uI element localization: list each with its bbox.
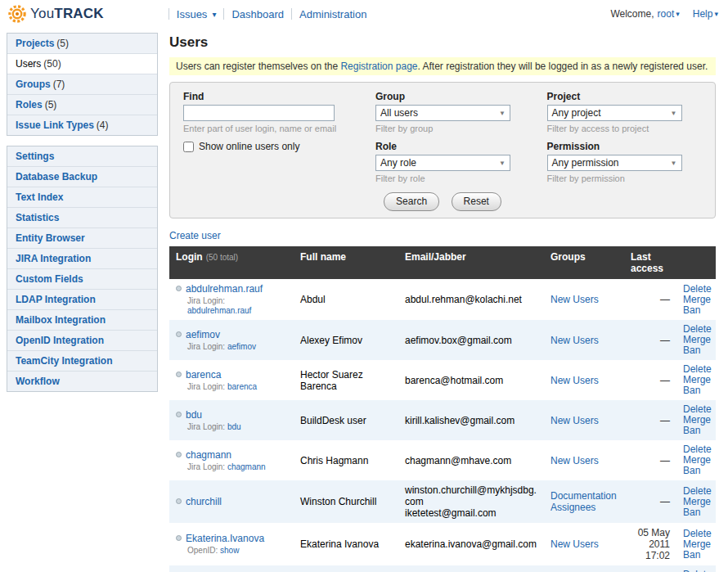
show-online-checkbox[interactable] [183,142,194,152]
sidebar-item-workflow[interactable]: Workflow [7,371,157,391]
help-menu[interactable]: Help [693,8,713,20]
issues-dropdown-icon[interactable]: ▾ [212,10,216,19]
login-cell: barenca Jira Login: barenca [169,360,294,400]
delete-link[interactable]: Delete [683,486,709,497]
ban-link[interactable]: Ban [683,507,709,518]
login-sub-link[interactable]: show [220,546,239,555]
sidebar-item-jira-integration[interactable]: JIRA Integration [7,248,157,268]
reset-button[interactable]: Reset [452,192,501,211]
chevron-down-icon: ▼ [499,160,506,167]
email-cell: ekaterina.ivanova@gmail.com [398,523,544,565]
permission-select[interactable]: Any permission ▼ [547,155,682,171]
merge-link[interactable]: Merge [683,497,709,507]
sidebar-item-ldap-integration[interactable]: LDAP Integration [7,289,157,309]
user-login-link[interactable]: abdulrehman.rauf [186,283,263,295]
group-link[interactable]: New Users [550,375,618,386]
group-link[interactable]: New Users [550,415,618,426]
registration-page-link[interactable]: Registration page [340,61,417,72]
group-link[interactable]: New Users [550,538,618,550]
ban-link[interactable]: Ban [683,345,709,356]
ban-link[interactable]: Ban [683,385,709,396]
login-cell: chagmann Jira Login: chagmann [169,440,294,480]
user-row: bdu Jira Login: bdu BuildDesk user kiril… [169,400,716,440]
user-login-link[interactable]: chagmann [186,449,231,461]
sidebar-item-teamcity-integration[interactable]: TeamCity Integration [7,350,157,371]
login-sub-link[interactable]: chagmann [227,462,266,471]
groups-cell: New Users [544,440,624,480]
sidebar-item-groups[interactable]: Groups(7) [7,74,157,94]
group-link[interactable]: New Users [550,455,618,466]
sidebar-item-users[interactable]: Users(50) [7,53,157,74]
user-login-link[interactable]: aefimov [186,329,220,340]
groups-cell: New Users [544,400,624,440]
user-login-link[interactable]: churchill [186,496,222,507]
login-cell: bdu Jira Login: bdu [169,400,294,440]
login-cell: Ekaterina.Ivanova OpenID: show [169,523,294,565]
merge-link[interactable]: Merge [683,539,709,550]
merge-link[interactable]: Merge [683,295,709,305]
sidebar-item-label: OpenID Integration [16,335,104,346]
sidebar-item-label: Projects [16,38,54,49]
email-cell: aefimov.box@gmail.com [398,320,544,360]
ban-link[interactable]: Ban [683,550,709,561]
full-name-cell: Hector Suarez Barenca [294,360,398,400]
group-select[interactable]: All users ▼ [375,105,510,121]
ban-link[interactable]: Ban [683,426,709,436]
find-input[interactable] [183,105,335,121]
email-line: aefimov.box@gmail.com [405,335,537,346]
nav-issues[interactable]: Issues [177,8,208,20]
login-cell: eopstaci [169,565,294,572]
logo-text: YouTRACK [30,6,104,22]
search-button[interactable]: Search [384,192,439,211]
filter-col-group-role: Group All users ▼ Filter by group Role A… [375,91,531,191]
group-link[interactable]: New Users [550,294,618,305]
user-row: abdulrehman.rauf Jira Login: abdulrehman… [169,279,716,320]
user-login-link[interactable]: barenca [186,369,221,381]
user-login-link[interactable]: Ekaterina.Ivanova [186,533,264,544]
sidebar-item-issue-link-types[interactable]: Issue Link Types(4) [7,115,157,135]
actions-cell: DeleteMergeBan [676,523,716,565]
youtrack-logo[interactable]: YouTRACK [8,5,104,23]
email-cell: barenca@hotmail.com [398,360,544,400]
ban-link[interactable]: Ban [683,466,709,476]
sidebar-item-entity-browser[interactable]: Entity Browser [7,227,157,248]
nav-administration[interactable]: Administration [299,8,366,20]
page: YouTRACK Issues ▾ Dashboard Administrati… [0,0,728,572]
user-login-link[interactable]: bdu [186,409,202,421]
nav-separator [291,8,292,20]
role-select[interactable]: Any role ▼ [375,155,510,171]
sidebar-item-settings[interactable]: Settings [7,146,157,166]
sidebar-item-openid-integration[interactable]: OpenID Integration [7,330,157,350]
user-menu[interactable]: root [658,8,675,20]
groups-cell: New Users [544,279,624,320]
ban-link[interactable]: Ban [683,305,709,316]
find-hint: Enter part of user login, name or email [183,124,359,134]
login-sub-link[interactable]: aefimov [227,342,256,351]
help-menu-caret-icon[interactable]: ▾ [714,10,718,18]
permission-field-group: Permission Any permission ▼ Filter by pe… [547,141,703,184]
sidebar-item-database-backup[interactable]: Database Backup [7,166,157,187]
sidebar-item-text-index[interactable]: Text Index [7,187,157,207]
create-user-link[interactable]: Create user [169,230,221,241]
login-sub-link[interactable]: barenca [227,382,257,391]
delete-link[interactable]: Delete [683,529,709,539]
login-line: aefimov [176,329,287,340]
sidebar-item-roles[interactable]: Roles(5) [7,94,157,115]
delete-link[interactable]: Delete [683,284,709,295]
login-sub-link[interactable]: bdu [227,422,241,431]
sidebar-item-mailbox-integration[interactable]: Mailbox Integration [7,309,157,330]
sidebar-item-statistics[interactable]: Statistics [7,207,157,227]
group-link[interactable]: New Users [550,335,618,346]
login-sub-link[interactable]: abdulrehman.rauf [187,306,251,315]
project-select[interactable]: Any project ▼ [547,105,682,121]
group-link[interactable]: Documentation Assignees [550,490,618,513]
login-sub-label: Jira Login: [187,382,225,391]
top-nav: Issues ▾ Dashboard Administration [161,8,367,20]
sidebar-item-custom-fields[interactable]: Custom Fields [7,268,157,289]
nav-dashboard[interactable]: Dashboard [231,8,284,20]
sidebar-item-label: TeamCity Integration [16,355,112,367]
sidebar-item-projects[interactable]: Projects(5) [7,34,157,53]
user-menu-caret-icon[interactable]: ▾ [676,10,680,18]
col-full-name: Full name [294,246,398,279]
email-line: barenca@hotmail.com [405,375,537,386]
